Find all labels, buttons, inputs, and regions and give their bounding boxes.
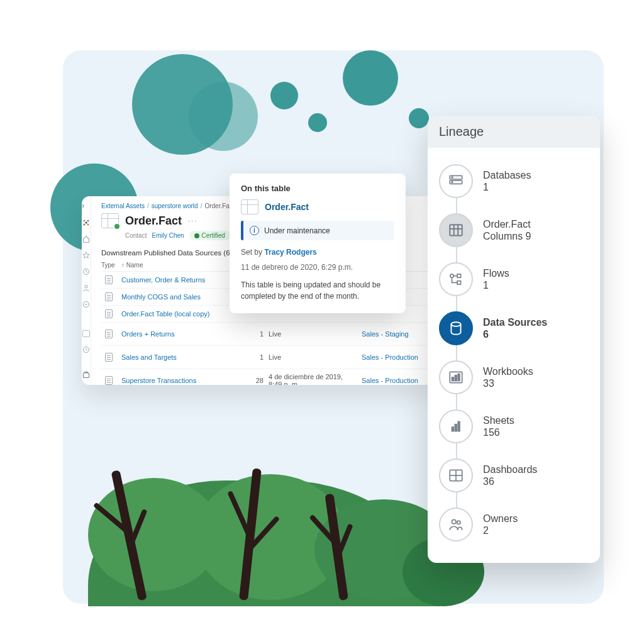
svg-point-3 bbox=[87, 224, 89, 226]
row-name[interactable]: Superstore Transactions bbox=[121, 377, 241, 384]
page-title: Order.Fact bbox=[125, 214, 182, 228]
certified-badge-icon bbox=[113, 223, 121, 230]
lineage-item[interactable]: Order.FactColumns 9 bbox=[439, 206, 589, 255]
logo-icon bbox=[82, 219, 91, 226]
favorites-icon[interactable] bbox=[82, 252, 91, 259]
svg-point-8 bbox=[86, 304, 87, 305]
col-name[interactable]: ↑ Name bbox=[121, 262, 241, 269]
lineage-ds-icon bbox=[439, 311, 473, 345]
lineage-item-text: Flows1 bbox=[483, 267, 509, 291]
svg-rect-25 bbox=[455, 375, 457, 381]
info-icon: i bbox=[250, 226, 259, 235]
row-name[interactable]: Orders + Returns bbox=[121, 330, 241, 338]
svg-rect-29 bbox=[458, 421, 460, 431]
row-workbooks: 1 bbox=[246, 330, 264, 338]
decor-circle bbox=[270, 82, 298, 109]
datasource-icon bbox=[105, 330, 113, 338]
collections-icon[interactable] bbox=[82, 330, 90, 337]
contact-link[interactable]: Emily Chen bbox=[152, 232, 184, 239]
lineage-item-text: Order.FactColumns 9 bbox=[483, 218, 531, 242]
row-workbooks: 1 bbox=[246, 353, 264, 361]
lineage-item-text: Databases1 bbox=[483, 169, 531, 192]
left-nav-rail: › bbox=[82, 196, 91, 385]
lineage-item[interactable]: Dashboards36 bbox=[439, 451, 589, 500]
table-row[interactable]: Sales and Targets1LiveSales - Production… bbox=[101, 346, 434, 369]
table-icon bbox=[241, 199, 258, 214]
row-name[interactable]: Order.Fact Table (local copy) bbox=[121, 310, 241, 318]
lineage-item[interactable]: Data Sources6 bbox=[439, 304, 589, 353]
svg-point-13 bbox=[452, 177, 453, 178]
lineage-flow-icon bbox=[439, 262, 473, 296]
row-name[interactable]: Monthly COGS and Sales bbox=[121, 293, 241, 301]
expand-rail-icon[interactable]: › bbox=[82, 201, 91, 210]
lineage-item-text: Owners2 bbox=[483, 513, 518, 536]
lineage-item-text: Sheets156 bbox=[483, 414, 514, 438]
row-workbooks: 28 bbox=[246, 377, 264, 384]
popover-description: This table is being updated and should b… bbox=[241, 279, 394, 302]
svg-rect-27 bbox=[452, 427, 454, 431]
row-name[interactable]: Customer, Order & Returns bbox=[121, 276, 241, 284]
svg-point-19 bbox=[450, 274, 453, 277]
more-actions-button[interactable]: ··· bbox=[188, 217, 197, 225]
lineage-item-text: Dashboards36 bbox=[483, 464, 537, 487]
svg-point-4 bbox=[85, 222, 87, 224]
decor-circle bbox=[308, 113, 327, 132]
table-row[interactable]: Orders + Returns1LiveSales - StagingTrac… bbox=[101, 323, 434, 346]
lineage-wb-icon bbox=[439, 360, 473, 394]
row-project[interactable]: Sales - Production bbox=[362, 377, 431, 384]
svg-rect-10 bbox=[83, 373, 89, 378]
popover-heading: On this table bbox=[241, 184, 394, 193]
svg-rect-20 bbox=[457, 274, 460, 277]
row-connection: 4 de diciembre de 2019, 8:49 p. m. bbox=[269, 373, 357, 385]
set-by-link[interactable]: Tracy Rodgers bbox=[264, 248, 316, 257]
lineage-panel: Lineage Databases1Order.FactColumns 9Flo… bbox=[428, 116, 600, 563]
popover-date: 11 de debrero de 2020, 6:29 p.m. bbox=[241, 263, 394, 272]
datasource-icon bbox=[105, 376, 113, 385]
table-row[interactable]: Superstore Transactions284 de diciembre … bbox=[101, 369, 434, 385]
set-by-row: Set by Tracy Rodgers bbox=[241, 248, 394, 257]
lineage-tbl-icon bbox=[439, 213, 473, 247]
lineage-item[interactable]: Owners2 bbox=[439, 500, 589, 549]
row-name[interactable]: Sales and Targets bbox=[121, 353, 241, 361]
breadcrumb-link[interactable]: External Assets bbox=[101, 203, 145, 209]
svg-rect-24 bbox=[452, 377, 454, 380]
svg-point-34 bbox=[457, 521, 460, 524]
decor-circle bbox=[409, 108, 429, 128]
lineage-item[interactable]: Sheets156 bbox=[439, 402, 589, 451]
svg-rect-21 bbox=[457, 281, 460, 284]
row-project[interactable]: Sales - Staging bbox=[362, 330, 431, 338]
datasource-icon bbox=[105, 292, 113, 301]
svg-point-33 bbox=[452, 519, 457, 524]
lineage-item-text: Data Sources6 bbox=[483, 316, 547, 340]
svg-rect-26 bbox=[458, 374, 460, 381]
external-assets-icon[interactable] bbox=[82, 371, 91, 379]
users-icon[interactable] bbox=[82, 284, 91, 292]
datasource-icon bbox=[105, 275, 113, 284]
explore-icon[interactable] bbox=[82, 301, 91, 308]
decor-circle bbox=[189, 82, 258, 151]
breadcrumb-link[interactable]: superstore world bbox=[152, 203, 198, 209]
lineage-item[interactable]: Workbooks33 bbox=[439, 353, 589, 402]
svg-rect-15 bbox=[450, 225, 462, 235]
alert-text: Under maintenance bbox=[264, 226, 330, 235]
svg-point-22 bbox=[451, 322, 460, 326]
recents-icon[interactable] bbox=[82, 268, 91, 275]
schedules-icon[interactable] bbox=[82, 346, 91, 353]
lineage-item-text: Workbooks33 bbox=[483, 365, 533, 389]
row-project[interactable]: Sales - Production bbox=[362, 353, 431, 361]
lineage-item[interactable]: Flows1 bbox=[439, 255, 589, 304]
certified-pill: Certified bbox=[189, 231, 230, 240]
lineage-title: Lineage bbox=[428, 116, 600, 148]
lineage-sheet-icon bbox=[439, 409, 473, 443]
popover-title: Order.Fact bbox=[265, 202, 309, 212]
row-connection: Live bbox=[269, 353, 357, 361]
maintenance-alert: i Under maintenance bbox=[241, 221, 394, 240]
col-type[interactable]: Type bbox=[101, 262, 116, 269]
datasource-icon bbox=[105, 353, 113, 362]
lineage-dash-icon bbox=[439, 458, 473, 492]
contact-label: Contact bbox=[125, 232, 147, 239]
lineage-own-icon bbox=[439, 508, 473, 541]
lineage-item[interactable]: Databases1 bbox=[439, 157, 589, 206]
home-icon[interactable] bbox=[82, 235, 91, 243]
svg-rect-28 bbox=[455, 425, 457, 431]
